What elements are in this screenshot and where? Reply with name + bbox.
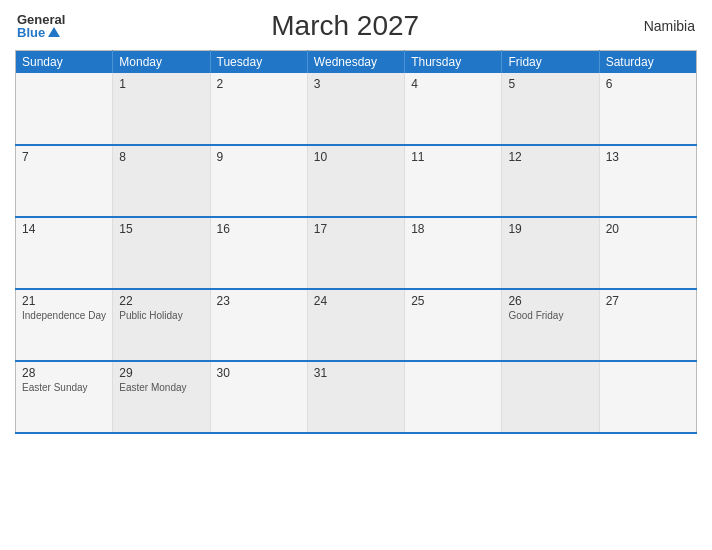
- day-number: 1: [119, 77, 203, 91]
- calendar-cell: 29Easter Monday: [113, 361, 210, 433]
- header-wednesday: Wednesday: [307, 51, 404, 74]
- calendar-cell: 27: [599, 289, 696, 361]
- day-number: 22: [119, 294, 203, 308]
- calendar-table: Sunday Monday Tuesday Wednesday Thursday…: [15, 50, 697, 434]
- calendar-cell: 22Public Holiday: [113, 289, 210, 361]
- calendar-cell: 7: [16, 145, 113, 217]
- holiday-label: Easter Monday: [119, 382, 203, 393]
- calendar-cell: 4: [405, 73, 502, 145]
- calendar-cell: [599, 361, 696, 433]
- holiday-label: Easter Sunday: [22, 382, 106, 393]
- header-friday: Friday: [502, 51, 599, 74]
- calendar-cell: 16: [210, 217, 307, 289]
- day-number: 12: [508, 150, 592, 164]
- day-number: 28: [22, 366, 106, 380]
- day-number: 13: [606, 150, 690, 164]
- day-number: 9: [217, 150, 301, 164]
- day-number: 23: [217, 294, 301, 308]
- calendar-cell: [502, 361, 599, 433]
- day-number: 5: [508, 77, 592, 91]
- calendar-cell: 14: [16, 217, 113, 289]
- header-monday: Monday: [113, 51, 210, 74]
- holiday-label: Good Friday: [508, 310, 592, 321]
- calendar-title: March 2027: [65, 10, 625, 42]
- calendar-cell: 19: [502, 217, 599, 289]
- calendar-cell: 20: [599, 217, 696, 289]
- day-number: 24: [314, 294, 398, 308]
- header-tuesday: Tuesday: [210, 51, 307, 74]
- header: General Blue March 2027 Namibia: [15, 10, 697, 42]
- calendar-cell: 8: [113, 145, 210, 217]
- calendar-cell: 23: [210, 289, 307, 361]
- calendar-cell: 10: [307, 145, 404, 217]
- calendar-cell: 24: [307, 289, 404, 361]
- day-number: 31: [314, 366, 398, 380]
- calendar-cell: 25: [405, 289, 502, 361]
- day-number: 20: [606, 222, 690, 236]
- header-saturday: Saturday: [599, 51, 696, 74]
- day-number: 8: [119, 150, 203, 164]
- page: General Blue March 2027 Namibia Sunday M…: [0, 0, 712, 550]
- day-number: 16: [217, 222, 301, 236]
- day-number: 18: [411, 222, 495, 236]
- day-number: 21: [22, 294, 106, 308]
- calendar-cell: 11: [405, 145, 502, 217]
- holiday-label: Independence Day: [22, 310, 106, 321]
- calendar-cell: 21Independence Day: [16, 289, 113, 361]
- calendar-cell: 18: [405, 217, 502, 289]
- calendar-cell: 13: [599, 145, 696, 217]
- day-number: 3: [314, 77, 398, 91]
- calendar-week-row: 28Easter Sunday29Easter Monday3031: [16, 361, 697, 433]
- logo-blue-text: Blue: [17, 26, 45, 39]
- calendar-cell: 15: [113, 217, 210, 289]
- calendar-cell: [16, 73, 113, 145]
- calendar-week-row: 21Independence Day22Public Holiday232425…: [16, 289, 697, 361]
- calendar-cell: 28Easter Sunday: [16, 361, 113, 433]
- day-number: 6: [606, 77, 690, 91]
- calendar-cell: 17: [307, 217, 404, 289]
- calendar-cell: 31: [307, 361, 404, 433]
- calendar-cell: 3: [307, 73, 404, 145]
- day-number: 11: [411, 150, 495, 164]
- day-number: 15: [119, 222, 203, 236]
- day-number: 30: [217, 366, 301, 380]
- day-number: 26: [508, 294, 592, 308]
- calendar-cell: 26Good Friday: [502, 289, 599, 361]
- calendar-week-row: 14151617181920: [16, 217, 697, 289]
- day-number: 27: [606, 294, 690, 308]
- day-number: 10: [314, 150, 398, 164]
- day-number: 19: [508, 222, 592, 236]
- weekday-header-row: Sunday Monday Tuesday Wednesday Thursday…: [16, 51, 697, 74]
- logo-blue-row: Blue: [17, 26, 60, 39]
- day-number: 14: [22, 222, 106, 236]
- day-number: 25: [411, 294, 495, 308]
- calendar-cell: [405, 361, 502, 433]
- calendar-week-row: 78910111213: [16, 145, 697, 217]
- calendar-cell: 2: [210, 73, 307, 145]
- country-label: Namibia: [625, 18, 695, 34]
- day-number: 7: [22, 150, 106, 164]
- day-number: 4: [411, 77, 495, 91]
- calendar-cell: 1: [113, 73, 210, 145]
- logo: General Blue: [17, 13, 65, 39]
- calendar-body: 123456789101112131415161718192021Indepen…: [16, 73, 697, 433]
- day-number: 2: [217, 77, 301, 91]
- logo-triangle-icon: [48, 27, 60, 37]
- calendar-week-row: 123456: [16, 73, 697, 145]
- day-number: 29: [119, 366, 203, 380]
- calendar-cell: 12: [502, 145, 599, 217]
- header-sunday: Sunday: [16, 51, 113, 74]
- calendar-cell: 6: [599, 73, 696, 145]
- calendar-cell: 9: [210, 145, 307, 217]
- header-thursday: Thursday: [405, 51, 502, 74]
- calendar-cell: 30: [210, 361, 307, 433]
- day-number: 17: [314, 222, 398, 236]
- holiday-label: Public Holiday: [119, 310, 203, 321]
- calendar-cell: 5: [502, 73, 599, 145]
